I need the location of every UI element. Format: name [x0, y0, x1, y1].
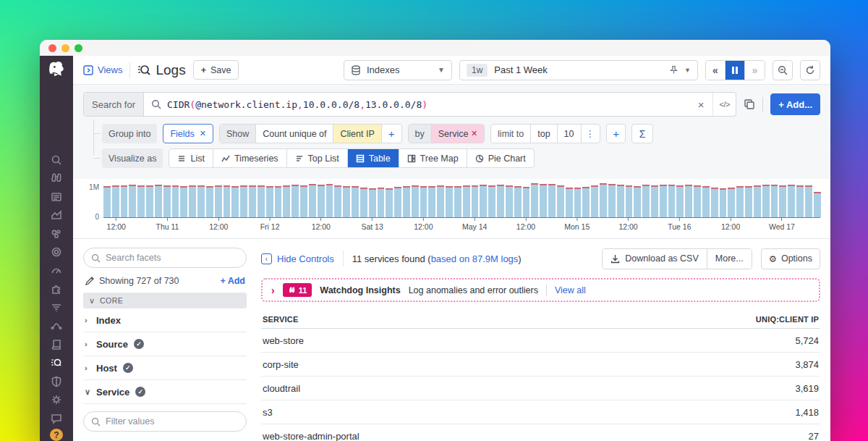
histogram-bar[interactable] — [231, 186, 239, 217]
histogram-bar[interactable] — [275, 186, 282, 217]
edit-pencil-icon[interactable] — [85, 276, 95, 286]
histogram-bar[interactable] — [702, 186, 710, 217]
time-range-picker[interactable]: 1w Past 1 Week ▼ — [459, 60, 698, 80]
gauge-icon[interactable] — [40, 261, 73, 280]
histogram-bar[interactable] — [378, 188, 385, 217]
help-icon[interactable]: ? — [50, 429, 63, 441]
histogram-bar[interactable] — [497, 185, 504, 217]
save-view-button[interactable]: +Save — [193, 60, 239, 80]
histogram-bar[interactable] — [137, 185, 145, 217]
histogram-bar[interactable] — [626, 185, 633, 217]
step-forward-button[interactable]: » — [745, 61, 765, 80]
search-icon[interactable] — [40, 151, 73, 169]
histogram-bar[interactable] — [668, 185, 676, 217]
histogram-bar[interactable] — [360, 188, 367, 217]
add-facet-button[interactable]: + Add — [220, 276, 245, 286]
chat-icon[interactable] — [40, 409, 73, 428]
histogram-bar[interactable] — [258, 185, 265, 217]
histogram-bar[interactable] — [386, 188, 393, 217]
add-button[interactable]: + Add... — [770, 93, 820, 115]
histogram-bar[interactable] — [488, 185, 495, 217]
histogram-bar[interactable] — [180, 186, 187, 217]
histogram-bar[interactable] — [634, 186, 641, 217]
histogram-bar[interactable] — [454, 186, 461, 217]
histogram-bar[interactable] — [514, 186, 522, 217]
step-back-button[interactable]: « — [706, 61, 726, 80]
histogram-bar[interactable] — [480, 185, 487, 217]
histogram-bar[interactable] — [155, 185, 162, 217]
histogram-bar[interactable] — [574, 188, 582, 217]
histogram-bar[interactable] — [318, 185, 325, 217]
histogram-bar[interactable] — [300, 185, 307, 217]
histogram-bar[interactable] — [788, 185, 795, 217]
hide-controls-button[interactable]: ‹ Hide Controls — [261, 253, 334, 264]
based-on-logs-link[interactable]: based on 87.9M logs — [431, 253, 519, 264]
histogram-bar[interactable] — [531, 183, 538, 217]
column-header-service[interactable]: SERVICE — [261, 311, 597, 329]
remove-icon[interactable]: ✕ — [200, 129, 206, 138]
notebook-icon[interactable] — [40, 335, 73, 354]
search-facets-input[interactable]: Search facets — [83, 248, 247, 268]
histogram-bar[interactable] — [566, 188, 573, 217]
column-header-uniq-client-ip[interactable]: UNIQ:CLIENT IP — [597, 311, 820, 329]
histogram-bar[interactable] — [403, 186, 410, 217]
histogram-bar[interactable] — [608, 184, 616, 217]
target-icon[interactable] — [40, 243, 73, 261]
histogram-bars[interactable] — [103, 182, 820, 218]
service-cell[interactable]: corp-site — [261, 353, 597, 377]
histogram-bar[interactable] — [685, 185, 692, 217]
histogram-bar[interactable] — [660, 185, 667, 217]
histogram-bar[interactable] — [326, 184, 333, 217]
table-row[interactable]: cloudtrail3,619 — [261, 377, 820, 400]
histogram-bar[interactable] — [463, 185, 470, 217]
histogram-bar[interactable] — [523, 187, 530, 217]
zoom-out-button[interactable] — [773, 60, 793, 80]
table-row[interactable]: web-store5,724 — [261, 329, 820, 353]
histogram-bar[interactable] — [548, 184, 556, 217]
histogram-bar[interactable] — [736, 186, 744, 217]
histogram-bar[interactable] — [805, 185, 812, 217]
top-dropdown[interactable]: top — [531, 125, 557, 143]
histogram-bar[interactable] — [617, 185, 624, 217]
kebab-menu-icon[interactable]: ⋮ — [582, 125, 600, 143]
shield-icon[interactable] — [40, 372, 73, 391]
search-bar[interactable]: Search for CIDR(@network.client.ip,10.0.… — [83, 92, 736, 117]
histogram-bar[interactable] — [720, 188, 727, 217]
table-row[interactable]: corp-site3,874 — [261, 353, 820, 377]
table-row[interactable]: web-store-admin-portal27 — [261, 424, 820, 441]
pin-icon[interactable] — [669, 65, 678, 75]
download-csv-button[interactable]: Download as CSV — [603, 249, 707, 269]
histogram-bar[interactable] — [343, 186, 350, 217]
histogram-bar[interactable] — [540, 184, 547, 217]
histogram-bar[interactable] — [369, 188, 376, 217]
histogram-bar[interactable] — [163, 185, 171, 217]
code-view-icon[interactable]: </> — [712, 93, 736, 116]
facet-item-index[interactable]: ›Index — [83, 308, 247, 332]
bubbles-icon[interactable] — [40, 224, 73, 243]
security-hub-icon[interactable] — [40, 390, 73, 409]
histogram-bar[interactable] — [754, 185, 761, 217]
histogram-bar[interactable] — [506, 185, 513, 217]
histogram-bar[interactable] — [779, 185, 786, 217]
histogram-bar[interactable] — [428, 186, 435, 217]
histogram-bar[interactable] — [206, 186, 213, 217]
filter-values-input[interactable]: Filter values — [83, 411, 247, 432]
log-volume-chart[interactable]: 1M0 12:00Thu 1112:00Fri 1212:00Sat 1312:… — [73, 179, 830, 234]
add-group-button[interactable]: + — [606, 124, 626, 143]
histogram-bar[interactable] — [412, 185, 419, 217]
histogram-bar[interactable] — [189, 185, 196, 217]
histogram-bar[interactable] — [197, 185, 205, 217]
options-button[interactable]: ⚙ Options — [761, 248, 820, 269]
visualize-tree-map-button[interactable]: Tree Map — [399, 149, 467, 167]
histogram-bar[interactable] — [121, 185, 128, 217]
histogram-bar[interactable] — [309, 184, 316, 217]
histogram-bar[interactable] — [557, 185, 564, 217]
minimize-window-button[interactable] — [61, 44, 69, 52]
logs-icon[interactable] — [40, 353, 73, 372]
service-chip[interactable]: Service ✕ — [432, 125, 484, 143]
datadog-logo[interactable] — [46, 60, 67, 80]
fields-chip[interactable]: Fields✕ — [163, 124, 213, 143]
histogram-bar[interactable] — [215, 185, 222, 217]
histogram-bar[interactable] — [334, 185, 341, 217]
histogram-bar[interactable] — [814, 192, 821, 217]
